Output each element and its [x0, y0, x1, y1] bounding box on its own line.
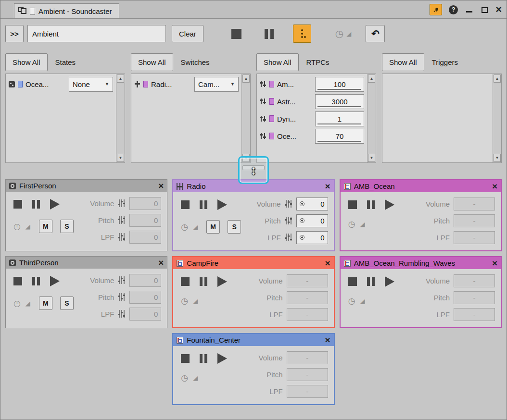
stop-button[interactable] [181, 277, 190, 286]
param-value-box[interactable]: 0 [129, 197, 161, 210]
play-button[interactable] [50, 199, 60, 210]
states-scrollbar[interactable]: ▲ ▼ [116, 74, 125, 162]
param-value-box[interactable]: - [454, 274, 495, 287]
pause-button[interactable] [367, 200, 375, 209]
scroll-down-button[interactable]: ▼ [494, 154, 501, 162]
play-button[interactable] [217, 353, 227, 364]
pause-button[interactable] [367, 277, 375, 286]
param-value-box[interactable]: - [454, 291, 495, 304]
play-button[interactable] [217, 199, 227, 210]
fader-icon[interactable] [118, 275, 126, 285]
param-value-box[interactable]: - [454, 231, 495, 244]
param-value-box[interactable]: - [287, 274, 328, 287]
expand-button[interactable]: >> [5, 25, 24, 42]
close-window-button[interactable]: × [495, 5, 502, 14]
param-value-box[interactable]: - [287, 291, 328, 304]
play-button[interactable] [385, 199, 394, 210]
maximize-button[interactable] [480, 5, 489, 14]
close-module-button[interactable]: × [325, 335, 330, 345]
param-value-box[interactable]: 0 [129, 291, 161, 304]
session-name-input[interactable] [27, 25, 166, 42]
fader-icon[interactable] [285, 233, 292, 242]
triggers-show-all-button[interactable]: Show All [382, 53, 424, 71]
solo-button[interactable]: S [228, 220, 241, 234]
param-value-box[interactable]: 0 [296, 231, 328, 244]
clear-button[interactable]: Clear [172, 25, 203, 42]
fader-icon[interactable] [118, 309, 126, 319]
triggers-scrollbar[interactable]: ▲ ▼ [493, 74, 501, 162]
scroll-up-button[interactable]: ▲ [242, 74, 250, 83]
param-value-box[interactable]: 0 [129, 308, 161, 321]
solo-button[interactable]: S [60, 296, 74, 310]
rtpc-value-slider[interactable]: 100 [315, 77, 364, 92]
param-value-box[interactable]: - [287, 368, 328, 381]
close-module-button[interactable]: × [325, 182, 330, 191]
mute-button[interactable]: M [39, 220, 52, 233]
param-value-box[interactable]: 0 [296, 198, 328, 210]
param-value-box[interactable]: - [454, 198, 495, 210]
window-tab[interactable]: Ambient - Soundcaster [14, 3, 119, 18]
close-module-button[interactable]: × [325, 259, 330, 268]
pin-button[interactable] [430, 4, 442, 15]
fader-icon[interactable] [118, 198, 126, 208]
stop-all-button[interactable] [228, 25, 246, 43]
param-value-box[interactable]: 0 [129, 214, 161, 227]
param-value-box[interactable]: 0 [129, 274, 161, 287]
stop-button[interactable] [348, 200, 357, 209]
module-header[interactable]: CampFire × [173, 257, 333, 269]
rtpc-value-slider[interactable]: 1 [315, 111, 364, 126]
minimize-button[interactable] [465, 5, 473, 14]
fader-icon[interactable] [118, 292, 126, 302]
stop-button[interactable] [181, 200, 190, 209]
close-module-button[interactable]: × [158, 181, 164, 190]
horizontal-splitter[interactable]: ↕ [0, 164, 507, 176]
scroll-down-button[interactable]: ▼ [117, 154, 124, 162]
scroll-up-button[interactable]: ▲ [117, 74, 124, 83]
stop-button[interactable] [348, 277, 357, 286]
stop-button[interactable] [13, 200, 22, 209]
pause-button[interactable] [200, 277, 207, 286]
pause-button[interactable] [32, 277, 40, 285]
options-toggle-button[interactable] [293, 25, 311, 43]
param-value-box[interactable]: - [287, 308, 328, 321]
rtpcs-scrollbar[interactable]: ▲ ▼ [367, 74, 376, 162]
fader-icon[interactable] [285, 216, 292, 225]
module-header[interactable]: AMB_Ocean_Rumbling_Waves × [341, 257, 501, 269]
reset-button[interactable]: ↶ [366, 25, 385, 42]
param-value-box[interactable]: - [454, 308, 495, 321]
module-header[interactable]: ThirdPerson × [6, 257, 167, 269]
scroll-up-button[interactable]: ▲ [494, 74, 501, 83]
switches-show-all-button[interactable]: Show All [131, 53, 173, 71]
help-button[interactable]: ? [449, 5, 458, 14]
pause-button[interactable] [200, 354, 207, 363]
switches-scrollbar[interactable]: ▲ ▼ [241, 74, 250, 162]
play-button[interactable] [385, 276, 394, 287]
param-value-box[interactable]: - [287, 385, 328, 398]
param-value-box[interactable]: - [454, 214, 495, 227]
pause-button[interactable] [32, 200, 40, 209]
module-header[interactable]: AMB_Ocean × [341, 180, 501, 192]
fader-icon[interactable] [285, 199, 292, 209]
rtpc-value-slider[interactable]: 3000 [315, 94, 364, 109]
stop-button[interactable] [181, 354, 190, 363]
mute-button[interactable]: M [206, 220, 220, 234]
rtpc-value-slider[interactable]: 70 [315, 129, 364, 144]
param-value-box[interactable]: 0 [129, 231, 161, 244]
state-value-dropdown[interactable]: None ▼ [69, 77, 113, 92]
play-button[interactable] [50, 276, 60, 286]
stop-button[interactable] [13, 277, 22, 285]
play-button[interactable] [217, 276, 227, 287]
pause-button[interactable] [200, 200, 207, 209]
module-header[interactable]: FirstPerson × [6, 180, 167, 192]
close-module-button[interactable]: × [492, 259, 497, 268]
close-module-button[interactable]: × [158, 258, 164, 267]
scroll-down-button[interactable]: ▼ [368, 154, 375, 162]
fader-icon[interactable] [118, 215, 126, 225]
scroll-up-button[interactable]: ▲ [368, 74, 375, 83]
switch-value-dropdown[interactable]: Cam... ▼ [194, 77, 239, 92]
fader-icon[interactable] [118, 232, 126, 242]
module-header[interactable]: Fountain_Center × [173, 334, 333, 346]
mute-button[interactable]: M [39, 296, 52, 310]
states-show-all-button[interactable]: Show All [5, 53, 48, 71]
close-module-button[interactable]: × [492, 182, 497, 191]
